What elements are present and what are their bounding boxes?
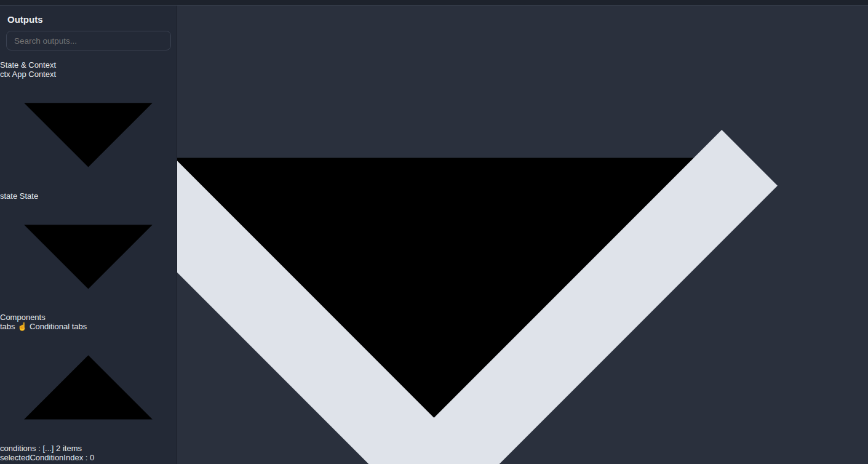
pointer-hand-icon: ☝ xyxy=(17,322,27,331)
chevron-down-icon[interactable] xyxy=(0,201,177,313)
tabs-name-chip[interactable]: tabs ☝ xyxy=(0,322,30,331)
search-box xyxy=(6,31,170,50)
tabs-type-label: Conditional tabs xyxy=(30,322,87,331)
state-badge: state xyxy=(0,191,17,201)
section-state-context: State & Context xyxy=(0,60,177,70)
state-type-label: State xyxy=(20,191,38,201)
context-row-state[interactable]: state State xyxy=(0,191,177,313)
ctx-badge: ctx xyxy=(0,70,10,79)
context-row-ctx[interactable]: ctx App Context xyxy=(0,70,177,191)
prop-selectedConditionIndex: selectedConditionIndex : 0 xyxy=(0,453,177,462)
prop-conditions[interactable]: conditions : [...] 2 items xyxy=(0,444,177,453)
tabs-name: tabs xyxy=(0,322,15,331)
search-input[interactable] xyxy=(6,31,171,50)
collapse-toggle[interactable] xyxy=(0,331,177,444)
outputs-sidebar: Outputs State & Context ctx App Context … xyxy=(0,6,177,464)
array-token[interactable]: [...] xyxy=(42,444,54,453)
component-row-tabs[interactable]: tabs ☝ Conditional tabs xyxy=(0,322,177,444)
sidebar-title: Outputs xyxy=(0,10,177,31)
chevron-down-icon[interactable] xyxy=(0,79,177,191)
window-top-bar xyxy=(0,0,868,6)
section-components: Components xyxy=(0,313,177,322)
ctx-type-label: App Context xyxy=(12,70,57,79)
